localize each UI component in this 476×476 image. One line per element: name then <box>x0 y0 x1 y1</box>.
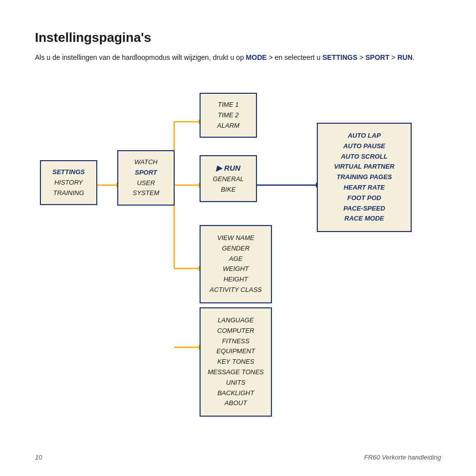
user-line-5: ACTIVITY CLASS <box>205 285 267 295</box>
footer-document-title: FR60 Verkorte handleiding <box>364 454 441 461</box>
system-line-1: COMPUTER <box>205 326 267 336</box>
box-run: ▶ RUN GENERAL BIKE <box>200 155 257 202</box>
intro-paragraph: Als u de instellingen van de hardloopmod… <box>35 52 441 63</box>
page-title: Instellingspagina's <box>35 30 441 45</box>
time-line-1: TIME 2 <box>205 110 252 121</box>
sport-line-2: USER <box>122 178 170 189</box>
time-line-2: ALARM <box>205 121 252 131</box>
system-line-0: LANGUAGE <box>205 315 267 326</box>
mode-label: MODE <box>246 53 267 61</box>
footer: 10 FR60 Verkorte handleiding <box>35 454 441 461</box>
box-system: LANGUAGE COMPUTER FITNESS EQUIPMENT KEY … <box>200 307 272 417</box>
user-line-3: WEIGHT <box>205 264 267 274</box>
run-label: RUN <box>397 53 412 61</box>
sport-line-0: WATCH <box>122 157 170 168</box>
settings-line-2: TRAINING <box>45 188 92 199</box>
diagram: SETTINGS HISTORY TRAINING WATCH SPORT US… <box>35 78 444 387</box>
system-line-7: ABOUT <box>205 398 267 409</box>
box-user: VIEW NAME GENDER AGE WEIGHT HEIGHT ACTIV… <box>200 225 272 303</box>
run-line-0: ▶ RUN <box>205 162 252 174</box>
user-line-1: GENDER <box>205 243 267 254</box>
intro-text-before: Als u de instellingen van de hardloopmod… <box>35 53 246 61</box>
footer-page-number: 10 <box>35 454 42 461</box>
run-opt-line-7: PACE-SPEED <box>323 204 406 214</box>
user-line-0: VIEW NAME <box>205 233 267 243</box>
intro-text-end: . <box>413 53 415 61</box>
sport-line-1: SPORT <box>122 168 170 178</box>
box-run-options: AUTO LAP AUTO PAUSE AUTO SCROLL VIRTUAL … <box>317 123 412 232</box>
system-line-2: FITNESS EQUIPMENT <box>205 336 267 357</box>
run-opt-line-5: HEART RATE <box>323 183 406 193</box>
gt2: > <box>389 53 397 61</box>
settings-line-0: SETTINGS <box>45 167 92 178</box>
settings-line-1: HISTORY <box>45 178 92 188</box>
system-line-5: UNITS <box>205 378 267 388</box>
run-line-1: GENERAL <box>205 174 252 185</box>
gt1: > <box>357 53 365 61</box>
sport-line-3: SYSTEM <box>122 188 170 199</box>
run-opt-line-2: AUTO SCROLL <box>323 152 406 162</box>
box-sport: WATCH SPORT USER SYSTEM <box>117 150 175 206</box>
intro-text-middle: > en selecteert u <box>267 53 323 61</box>
user-line-2: AGE <box>205 254 267 264</box>
run-opt-line-4: TRAINING PAGES <box>323 172 406 183</box>
sport-label: SPORT <box>365 53 389 61</box>
time-line-0: TIME 1 <box>205 100 252 110</box>
system-line-4: MESSAGE TONES <box>205 367 267 378</box>
run-opt-line-8: RACE MODE <box>323 214 406 224</box>
system-line-6: BACKLIGHT <box>205 388 267 399</box>
run-opt-line-6: FOOT POD <box>323 193 406 204</box>
run-opt-line-0: AUTO LAP <box>323 131 406 141</box>
settings-label: SETTINGS <box>322 53 357 61</box>
run-opt-line-1: AUTO PAUSE <box>323 141 406 152</box>
system-line-3: KEY TONES <box>205 357 267 367</box>
box-settings: SETTINGS HISTORY TRAINING <box>40 160 97 205</box>
box-time: TIME 1 TIME 2 ALARM <box>200 93 257 138</box>
run-opt-line-3: VIRTUAL PARTNER <box>323 162 406 172</box>
user-line-4: HEIGHT <box>205 274 267 285</box>
page: Instellingspagina's Als u de instellinge… <box>0 0 476 476</box>
run-line-2: BIKE <box>205 185 252 195</box>
